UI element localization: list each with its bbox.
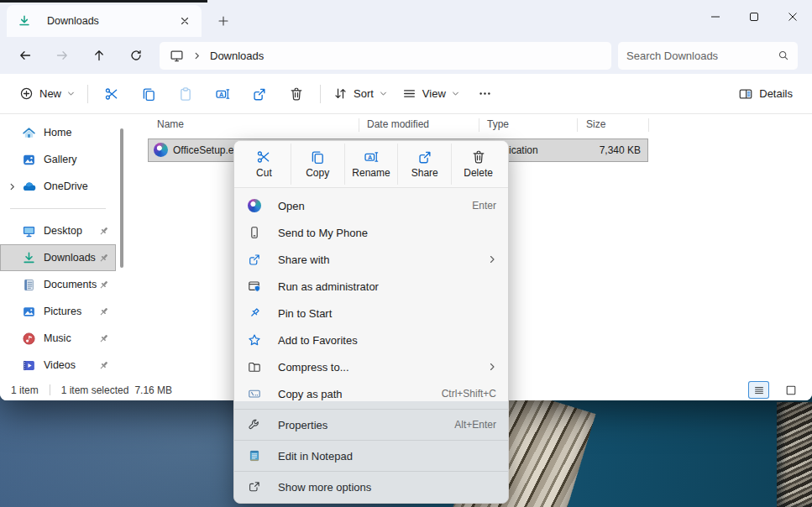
status-divider bbox=[50, 384, 50, 395]
rename-menu-button[interactable]: A Rename bbox=[344, 144, 398, 185]
column-header-size[interactable]: Size bbox=[586, 118, 605, 130]
menu-item-edit-in-notepad[interactable]: Edit in Notepad bbox=[234, 442, 508, 469]
column-header-type[interactable]: Type bbox=[487, 118, 509, 130]
column-header-name[interactable]: Name bbox=[157, 118, 184, 130]
share-button[interactable] bbox=[241, 79, 278, 109]
menu-item-share-with[interactable]: Share with bbox=[234, 246, 508, 273]
search-input[interactable] bbox=[626, 50, 778, 62]
column-divider[interactable] bbox=[479, 118, 479, 132]
column-divider[interactable] bbox=[577, 118, 578, 132]
quick-action-label: Delete bbox=[464, 167, 493, 179]
view-button-label: View bbox=[422, 87, 446, 100]
details-pane-button[interactable]: Details bbox=[731, 79, 800, 109]
sort-button[interactable]: Sort bbox=[326, 79, 395, 109]
paste-icon bbox=[178, 86, 193, 102]
menu-item-shortcut: Alt+Enter bbox=[454, 419, 496, 431]
quick-action-label: Rename bbox=[352, 167, 390, 179]
new-tab-button[interactable] bbox=[213, 11, 233, 31]
pin-icon bbox=[97, 306, 110, 318]
ellipsis-icon bbox=[478, 86, 492, 101]
menu-item-pin-to-start[interactable]: Pin to Start bbox=[234, 300, 508, 327]
sidebar-item-documents[interactable]: Documents bbox=[0, 271, 116, 298]
submenu-chevron-icon bbox=[488, 363, 496, 371]
sidebar-item-videos[interactable]: Videos bbox=[0, 352, 116, 379]
pictures-icon bbox=[22, 305, 36, 319]
menu-item-compress-to[interactable]: Compress to... bbox=[234, 353, 508, 380]
delete-button[interactable] bbox=[278, 79, 315, 109]
minimize-button[interactable] bbox=[696, 0, 735, 34]
up-button[interactable] bbox=[81, 41, 118, 70]
sidebar-item-label: Gallery bbox=[44, 154, 116, 165]
menu-item-add-to-favorites[interactable]: Add to Favorites bbox=[234, 327, 508, 353]
sidebar-item-label: Pictures bbox=[44, 306, 97, 317]
column-divider[interactable] bbox=[648, 118, 649, 132]
menu-item-properties[interactable]: Properties Alt+Enter bbox=[234, 411, 508, 438]
maximize-button[interactable] bbox=[735, 0, 773, 34]
copy-menu-button[interactable]: Copy bbox=[291, 144, 344, 185]
videos-icon bbox=[22, 358, 36, 373]
details-view-toggle[interactable] bbox=[748, 381, 769, 399]
sidebar-item-downloads[interactable]: Downloads bbox=[0, 244, 116, 271]
share-menu-button[interactable]: Share bbox=[397, 144, 451, 185]
command-bar: New A bbox=[0, 74, 812, 114]
quick-action-label: Share bbox=[411, 167, 438, 179]
menu-item-label: Send to My Phone bbox=[278, 227, 496, 239]
view-icon bbox=[402, 86, 416, 101]
address-bar[interactable]: Downloads bbox=[160, 42, 611, 70]
tab-downloads[interactable]: Downloads bbox=[7, 5, 202, 37]
view-button[interactable]: View bbox=[395, 79, 467, 109]
back-button[interactable] bbox=[7, 41, 44, 70]
desktop-icon bbox=[22, 224, 36, 238]
paste-button[interactable] bbox=[167, 79, 204, 109]
refresh-button[interactable] bbox=[118, 41, 155, 70]
copy-button[interactable] bbox=[130, 79, 167, 109]
menu-item-label: Share with bbox=[278, 254, 481, 266]
menu-separator bbox=[234, 409, 508, 410]
menu-item-copy-as-path[interactable]: Copy as path Ctrl+Shift+C bbox=[234, 380, 508, 407]
sidebar-item-gallery[interactable]: Gallery bbox=[0, 146, 116, 173]
menu-item-run-as-administrator[interactable]: Run as administrator bbox=[234, 273, 508, 300]
details-view-icon bbox=[753, 384, 765, 396]
menu-item-send-to-my-phone[interactable]: Send to My Phone bbox=[234, 219, 508, 246]
toolbar-divider bbox=[87, 85, 88, 103]
sidebar-item-pictures[interactable]: Pictures bbox=[0, 298, 116, 325]
rename-icon: A bbox=[364, 149, 379, 165]
cut-menu-button[interactable]: Cut bbox=[238, 144, 291, 185]
search-icon[interactable] bbox=[778, 50, 789, 61]
this-pc-icon bbox=[170, 49, 184, 63]
toolbar-divider bbox=[320, 85, 321, 103]
forward-button[interactable] bbox=[44, 41, 81, 70]
delete-menu-button[interactable]: Delete bbox=[451, 144, 505, 185]
menu-item-label: Copy as path bbox=[278, 388, 435, 400]
pin-icon bbox=[97, 279, 110, 291]
sidebar-item-home[interactable]: Home bbox=[0, 119, 116, 146]
column-header-date-modified[interactable]: Date modified bbox=[367, 118, 429, 130]
close-tab-icon[interactable] bbox=[175, 11, 195, 31]
large-icons-view-toggle[interactable] bbox=[780, 381, 801, 399]
show-more-icon bbox=[247, 480, 261, 494]
menu-item-label: Add to Favorites bbox=[278, 334, 496, 347]
column-divider[interactable] bbox=[359, 118, 359, 132]
close-button[interactable] bbox=[773, 0, 812, 34]
screen: Downloads bbox=[0, 0, 812, 507]
new-button[interactable]: New bbox=[12, 79, 82, 109]
context-menu: Cut Copy A Rename Share Delete Open bbox=[233, 140, 509, 504]
share-icon bbox=[417, 149, 432, 165]
cut-button[interactable] bbox=[93, 79, 130, 109]
chevron-down-icon bbox=[67, 90, 75, 97]
breadcrumb-location[interactable]: Downloads bbox=[210, 50, 264, 62]
rename-button[interactable]: A bbox=[204, 79, 241, 109]
sidebar-item-label: OneDrive bbox=[44, 180, 116, 192]
expand-chevron-icon[interactable] bbox=[8, 183, 22, 191]
more-options-button[interactable] bbox=[467, 79, 504, 109]
sidebar-item-desktop[interactable]: Desktop bbox=[0, 217, 116, 244]
menu-item-open[interactable]: Open Enter bbox=[234, 192, 508, 219]
sidebar-item-music[interactable]: Music bbox=[0, 325, 116, 352]
search-box[interactable] bbox=[618, 42, 798, 70]
breadcrumb-chevron-icon[interactable] bbox=[193, 52, 201, 60]
menu-item-label: Show more options bbox=[278, 481, 496, 494]
sidebar-scrollbar[interactable] bbox=[120, 128, 123, 268]
file-size: 7,340 KB bbox=[600, 144, 641, 156]
sidebar-item-onedrive[interactable]: OneDrive bbox=[0, 173, 116, 200]
menu-item-show-more-options[interactable]: Show more options bbox=[234, 473, 508, 500]
